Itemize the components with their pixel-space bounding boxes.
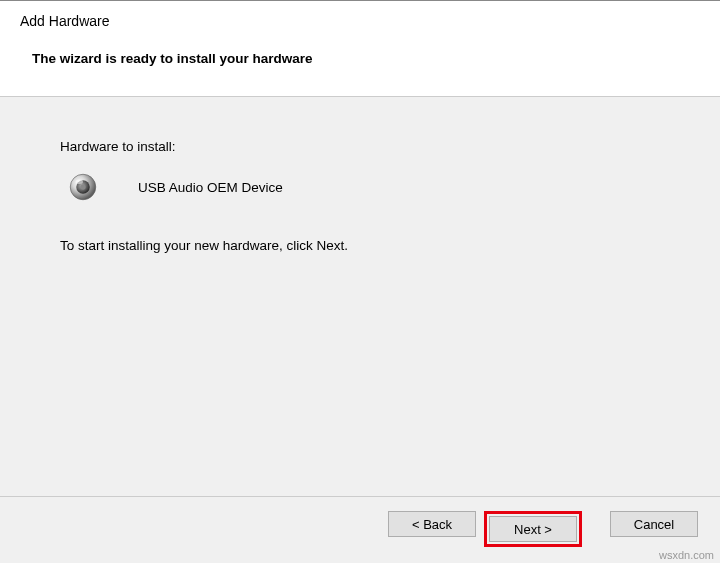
svg-point-3 (76, 180, 84, 185)
wizard-header: Add Hardware The wizard is ready to inst… (0, 1, 720, 97)
back-button[interactable]: < Back (388, 511, 476, 537)
wizard-footer: < Back Next > Cancel (0, 496, 720, 563)
install-label: Hardware to install: (60, 139, 660, 154)
wizard-content: Hardware to install: (0, 97, 720, 496)
next-button-highlight: Next > (484, 511, 582, 547)
add-hardware-window: Add Hardware The wizard is ready to inst… (0, 0, 720, 563)
wizard-subtitle: The wizard is ready to install your hard… (32, 51, 700, 66)
device-name: USB Audio OEM Device (138, 180, 283, 195)
watermark: wsxdn.com (659, 549, 714, 561)
window-title: Add Hardware (20, 13, 700, 29)
cancel-button[interactable]: Cancel (610, 511, 698, 537)
device-row: USB Audio OEM Device (68, 172, 660, 202)
svg-point-2 (80, 184, 85, 189)
next-button[interactable]: Next > (489, 516, 577, 542)
speaker-icon (68, 172, 98, 202)
instruction-text: To start installing your new hardware, c… (60, 238, 660, 253)
